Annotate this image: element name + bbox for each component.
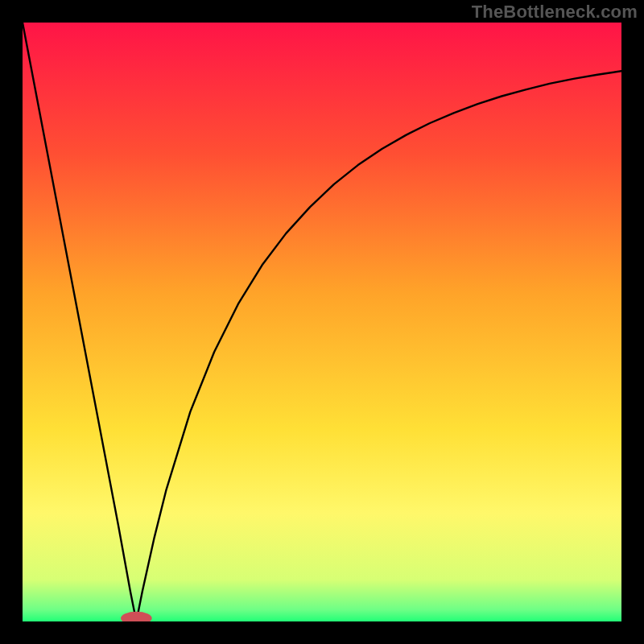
gradient-background bbox=[23, 23, 621, 621]
chart-plot-area bbox=[23, 23, 621, 621]
watermark-label: TheBottleneck.com bbox=[472, 2, 638, 23]
chart-svg bbox=[23, 23, 621, 621]
chart-frame: TheBottleneck.com bbox=[0, 0, 644, 644]
